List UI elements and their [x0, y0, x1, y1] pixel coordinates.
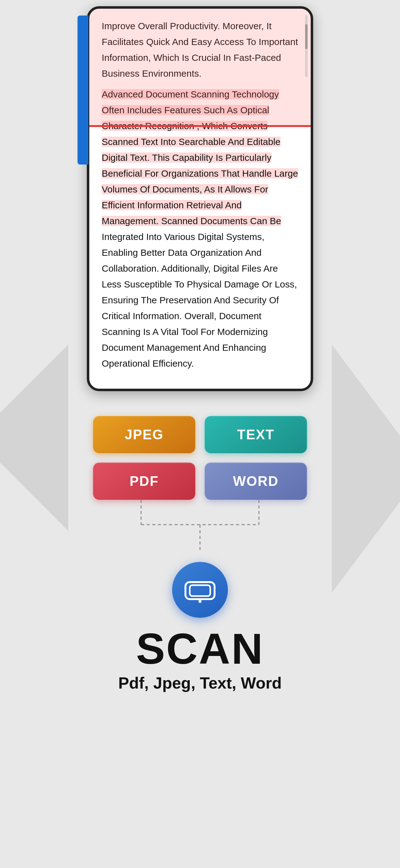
phone-frame: Improve Overall Productivity. Moreover, …	[87, 6, 313, 391]
jpeg-button[interactable]: JPEG	[93, 416, 195, 453]
scan-subtitle: Pdf, Jpeg, Text, Word	[119, 674, 282, 692]
document-content: Improve Overall Productivity. Moreover, …	[89, 9, 311, 389]
bg-triangle-left	[0, 345, 68, 531]
connector-area	[87, 500, 313, 556]
svg-rect-5	[190, 585, 210, 596]
phone-container: Improve Overall Productivity. Moreover, …	[87, 0, 313, 391]
format-buttons-grid: JPEG TEXT PDF WORD	[87, 416, 313, 500]
scanner-icon-button[interactable]	[172, 562, 228, 618]
selection-line	[87, 125, 313, 127]
scanner-section: SCAN Pdf, Jpeg, Text, Word	[0, 562, 400, 717]
scan-title: SCAN	[136, 627, 264, 671]
scrollbar[interactable]	[305, 15, 308, 77]
blue-accent-bar	[77, 16, 88, 164]
word-button[interactable]: WORD	[205, 463, 307, 500]
doc-paragraph-2: Advanced Document Scanning Technology Of…	[102, 86, 298, 371]
pdf-button[interactable]: PDF	[93, 463, 195, 500]
text-button[interactable]: TEXT	[205, 416, 307, 453]
scrollbar-thumb[interactable]	[305, 24, 308, 49]
svg-point-6	[198, 600, 202, 603]
connector-svg	[87, 500, 313, 556]
scanner-svg-icon	[183, 576, 217, 604]
format-buttons-section: JPEG TEXT PDF WORD	[87, 416, 313, 500]
doc-paragraph-1: Improve Overall Productivity. Moreover, …	[102, 18, 298, 81]
bg-triangle-right	[332, 345, 400, 593]
highlighted-portion: Advanced Document Scanning Technology Of…	[102, 89, 298, 226]
normal-portion: Integrated Into Various Digital Systems,…	[102, 231, 297, 369]
